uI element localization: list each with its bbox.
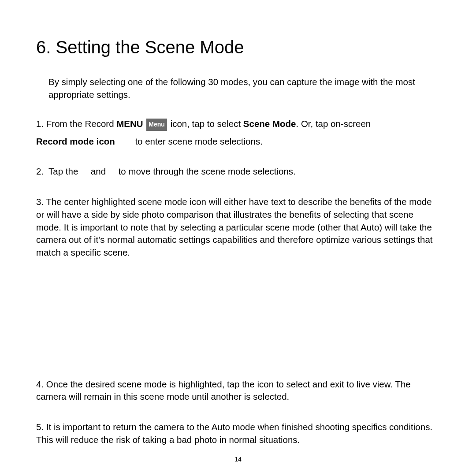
step-4: 4. Once the desired scene mode is highli…: [36, 378, 440, 403]
record-mode-suffix: to enter scene mode selections.: [115, 136, 263, 146]
step-5: 5. It is important to return the camera …: [36, 421, 440, 446]
step-2: 2. Tap the and to move through the scene…: [36, 165, 440, 178]
menu-icon: Menu: [146, 119, 167, 131]
step-1-suffix: . Or, tap on-screen: [296, 119, 371, 129]
section-heading: 6. Setting the Scene Mode: [36, 37, 440, 57]
scene-mode-bold: Scene Mode: [243, 119, 296, 129]
menu-bold: MENU: [116, 119, 143, 129]
page-number: 14: [234, 456, 242, 463]
record-mode-line: Record mode icon to enter scene mode sel…: [36, 135, 440, 148]
step-1-mid: icon, tap to select: [171, 119, 243, 129]
step-1: 1. From the Record MENU Menu icon, tap t…: [36, 118, 440, 148]
intro-paragraph: By simply selecting one of the following…: [48, 76, 440, 101]
record-mode-icon-label: Record mode icon: [36, 136, 115, 146]
step-1-prefix: 1. From the Record: [36, 119, 116, 129]
step-3: 3. The center highlighted scene mode ico…: [36, 196, 440, 259]
